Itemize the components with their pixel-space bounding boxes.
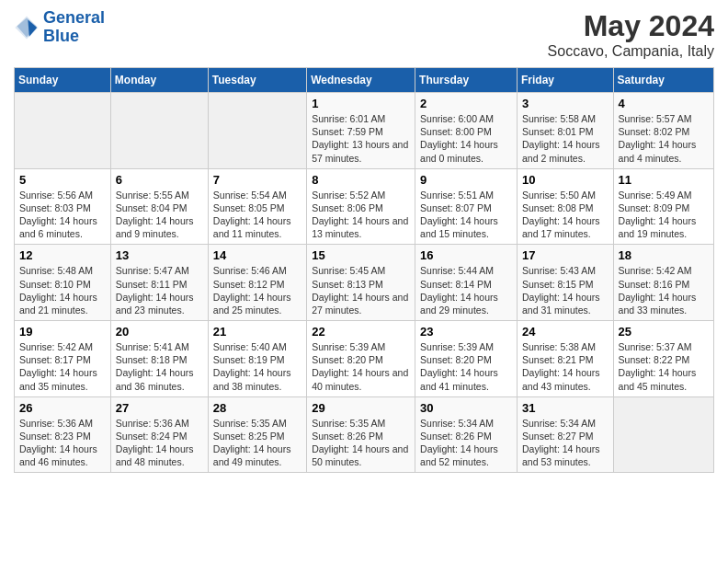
cell-info: Sunrise: 5:57 AM Sunset: 8:02 PM Dayligh… [619, 112, 709, 165]
calendar-cell: 13Sunrise: 5:47 AM Sunset: 8:11 PM Dayli… [110, 245, 208, 321]
cell-info: Sunrise: 5:55 AM Sunset: 8:04 PM Dayligh… [116, 189, 203, 241]
logo-line1: General [43, 8, 105, 27]
date-number: 21 [213, 325, 301, 339]
cell-info: Sunrise: 5:34 AM Sunset: 8:26 PM Dayligh… [420, 417, 512, 469]
date-number: 5 [19, 173, 106, 187]
date-number: 17 [522, 248, 609, 262]
date-number: 3 [522, 97, 609, 110]
cell-info: Sunrise: 5:39 AM Sunset: 8:20 PM Dayligh… [312, 340, 410, 393]
header-day: Thursday [415, 68, 518, 93]
calendar-cell: 15Sunrise: 5:45 AM Sunset: 8:13 PM Dayli… [307, 245, 415, 321]
date-number: 14 [213, 248, 301, 262]
calendar-cell: 22Sunrise: 5:39 AM Sunset: 8:20 PM Dayli… [307, 321, 415, 397]
calendar-cell: 29Sunrise: 5:35 AM Sunset: 8:26 PM Dayli… [307, 396, 415, 473]
calendar-cell: 28Sunrise: 5:35 AM Sunset: 8:25 PM Dayli… [208, 396, 306, 473]
calendar-cell: 11Sunrise: 5:49 AM Sunset: 8:09 PM Dayli… [613, 168, 713, 245]
cell-info: Sunrise: 5:50 AM Sunset: 8:08 PM Dayligh… [522, 189, 609, 241]
date-number: 27 [116, 401, 203, 415]
calendar-cell: 9Sunrise: 5:51 AM Sunset: 8:07 PM Daylig… [415, 168, 518, 245]
calendar-body: 1Sunrise: 6:01 AM Sunset: 7:59 PM Daylig… [15, 93, 714, 473]
calendar-cell: 20Sunrise: 5:41 AM Sunset: 8:18 PM Dayli… [110, 321, 208, 397]
date-number: 12 [19, 248, 106, 262]
calendar-title: May 2024 [548, 9, 714, 43]
date-number: 26 [19, 401, 106, 415]
logo-text: General Blue [43, 9, 105, 46]
calendar-week: 26Sunrise: 5:36 AM Sunset: 8:23 PM Dayli… [15, 396, 714, 473]
calendar-cell [208, 93, 306, 169]
cell-info: Sunrise: 5:35 AM Sunset: 8:25 PM Dayligh… [213, 417, 301, 469]
page-header: General Blue May 2024 Soccavo, Campania,… [14, 9, 714, 60]
date-number: 24 [522, 325, 609, 339]
title-area: May 2024 Soccavo, Campania, Italy [548, 9, 714, 60]
calendar-cell: 17Sunrise: 5:43 AM Sunset: 8:15 PM Dayli… [517, 245, 613, 321]
header-day: Saturday [613, 68, 713, 93]
calendar-cell: 8Sunrise: 5:52 AM Sunset: 8:06 PM Daylig… [307, 168, 415, 245]
calendar-cell: 23Sunrise: 5:39 AM Sunset: 8:20 PM Dayli… [415, 321, 518, 397]
cell-info: Sunrise: 5:48 AM Sunset: 8:10 PM Dayligh… [19, 264, 106, 316]
calendar-cell: 24Sunrise: 5:38 AM Sunset: 8:21 PM Dayli… [517, 321, 613, 397]
cell-info: Sunrise: 5:39 AM Sunset: 8:20 PM Dayligh… [420, 340, 512, 393]
date-number: 19 [19, 325, 106, 339]
header-day: Wednesday [307, 68, 415, 93]
calendar-cell [15, 93, 111, 169]
calendar-cell [613, 396, 713, 473]
calendar-cell: 7Sunrise: 5:54 AM Sunset: 8:05 PM Daylig… [208, 168, 306, 245]
cell-info: Sunrise: 5:41 AM Sunset: 8:18 PM Dayligh… [116, 340, 203, 393]
date-number: 1 [312, 97, 410, 110]
date-number: 18 [619, 248, 709, 262]
calendar-cell: 3Sunrise: 5:58 AM Sunset: 8:01 PM Daylig… [517, 93, 613, 169]
cell-info: Sunrise: 5:38 AM Sunset: 8:21 PM Dayligh… [522, 340, 609, 393]
logo-icon [14, 15, 40, 40]
header-day: Monday [110, 68, 208, 93]
calendar-cell: 16Sunrise: 5:44 AM Sunset: 8:14 PM Dayli… [415, 245, 518, 321]
cell-info: Sunrise: 5:43 AM Sunset: 8:15 PM Dayligh… [522, 264, 609, 316]
cell-info: Sunrise: 5:40 AM Sunset: 8:19 PM Dayligh… [213, 340, 301, 393]
cell-info: Sunrise: 5:36 AM Sunset: 8:23 PM Dayligh… [19, 417, 106, 469]
calendar-cell: 21Sunrise: 5:40 AM Sunset: 8:19 PM Dayli… [208, 321, 306, 397]
date-number: 10 [522, 173, 609, 187]
cell-info: Sunrise: 5:36 AM Sunset: 8:24 PM Dayligh… [116, 417, 203, 469]
cell-info: Sunrise: 5:51 AM Sunset: 8:07 PM Dayligh… [420, 189, 512, 241]
header-day: Friday [517, 68, 613, 93]
cell-info: Sunrise: 5:37 AM Sunset: 8:22 PM Dayligh… [619, 340, 709, 393]
calendar-cell: 19Sunrise: 5:42 AM Sunset: 8:17 PM Dayli… [15, 321, 111, 397]
date-number: 23 [420, 325, 512, 339]
date-number: 4 [619, 97, 709, 110]
date-number: 15 [312, 248, 410, 262]
logo-line2: Blue [43, 27, 79, 45]
date-number: 22 [312, 325, 410, 339]
calendar-cell: 26Sunrise: 5:36 AM Sunset: 8:23 PM Dayli… [15, 396, 111, 473]
calendar-cell: 5Sunrise: 5:56 AM Sunset: 8:03 PM Daylig… [15, 168, 111, 245]
header-row: SundayMondayTuesdayWednesdayThursdayFrid… [15, 68, 714, 93]
cell-info: Sunrise: 5:35 AM Sunset: 8:26 PM Dayligh… [312, 417, 410, 469]
cell-info: Sunrise: 5:46 AM Sunset: 8:12 PM Dayligh… [213, 264, 301, 316]
header-day: Sunday [15, 68, 111, 93]
date-number: 25 [619, 325, 709, 339]
cell-info: Sunrise: 5:47 AM Sunset: 8:11 PM Dayligh… [116, 264, 203, 316]
calendar-header: SundayMondayTuesdayWednesdayThursdayFrid… [15, 68, 714, 93]
calendar-subtitle: Soccavo, Campania, Italy [548, 43, 714, 60]
calendar-cell: 14Sunrise: 5:46 AM Sunset: 8:12 PM Dayli… [208, 245, 306, 321]
calendar-cell: 27Sunrise: 5:36 AM Sunset: 8:24 PM Dayli… [110, 396, 208, 473]
calendar-week: 12Sunrise: 5:48 AM Sunset: 8:10 PM Dayli… [15, 245, 714, 321]
calendar-week: 1Sunrise: 6:01 AM Sunset: 7:59 PM Daylig… [15, 93, 714, 169]
calendar-cell: 2Sunrise: 6:00 AM Sunset: 8:00 PM Daylig… [415, 93, 518, 169]
calendar-cell: 10Sunrise: 5:50 AM Sunset: 8:08 PM Dayli… [517, 168, 613, 245]
date-number: 30 [420, 401, 512, 415]
calendar-table: SundayMondayTuesdayWednesdayThursdayFrid… [14, 67, 714, 473]
calendar-cell: 31Sunrise: 5:34 AM Sunset: 8:27 PM Dayli… [517, 396, 613, 473]
cell-info: Sunrise: 5:44 AM Sunset: 8:14 PM Dayligh… [420, 264, 512, 316]
logo: General Blue [14, 9, 105, 46]
cell-info: Sunrise: 5:42 AM Sunset: 8:17 PM Dayligh… [19, 340, 106, 393]
calendar-cell [110, 93, 208, 169]
calendar-week: 19Sunrise: 5:42 AM Sunset: 8:17 PM Dayli… [15, 321, 714, 397]
date-number: 31 [522, 401, 609, 415]
cell-info: Sunrise: 5:34 AM Sunset: 8:27 PM Dayligh… [522, 417, 609, 469]
date-number: 9 [420, 173, 512, 187]
cell-info: Sunrise: 5:56 AM Sunset: 8:03 PM Dayligh… [19, 189, 106, 241]
calendar-cell: 25Sunrise: 5:37 AM Sunset: 8:22 PM Dayli… [613, 321, 713, 397]
date-number: 7 [213, 173, 301, 187]
date-number: 13 [116, 248, 203, 262]
cell-info: Sunrise: 5:58 AM Sunset: 8:01 PM Dayligh… [522, 112, 609, 165]
calendar-cell: 1Sunrise: 6:01 AM Sunset: 7:59 PM Daylig… [307, 93, 415, 169]
